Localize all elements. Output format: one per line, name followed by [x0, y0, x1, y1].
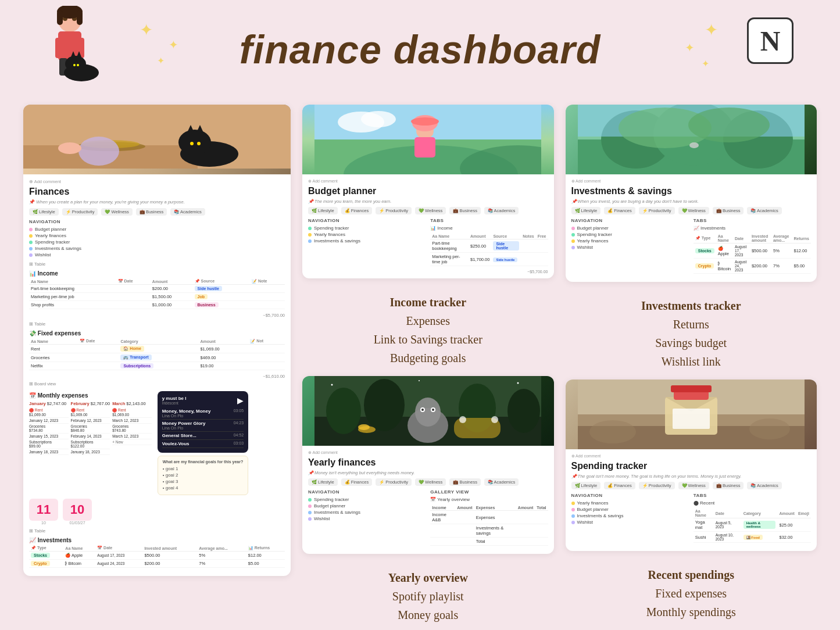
svg-point-78: [589, 420, 636, 443]
svg-point-52: [432, 409, 434, 411]
notion-logo: N: [747, 17, 793, 64]
budget-description: Income tracker Expenses Link to Savings …: [302, 284, 554, 376]
svg-point-43: [326, 388, 361, 434]
budget-planner-card: ⊕ Add comment Budget planner 📌 The more …: [302, 105, 554, 278]
svg-rect-10: [77, 10, 83, 25]
page-wrapper: ✦ ✦ ✦ finance dashboard ✦ ✦ ✦ N: [0, 0, 840, 630]
spending-description: Recent spendings Fixed expenses Monthly …: [566, 557, 817, 630]
svg-point-25: [190, 142, 194, 145]
svg-point-46: [507, 389, 540, 433]
yearly-finances-card: ⊕ Add comment Yearly finances 📌 Money is…: [302, 376, 554, 554]
svg-point-48: [415, 398, 441, 427]
svg-point-26: [197, 142, 201, 145]
svg-point-33: [361, 111, 396, 127]
svg-rect-2: [55, 38, 64, 58]
svg-point-56: [459, 416, 466, 423]
svg-point-51: [421, 409, 424, 411]
svg-point-57: [491, 416, 498, 423]
svg-point-59: [419, 380, 420, 381]
yearly-description: Yearly overview Spotify playlist Money g…: [302, 560, 554, 630]
sparkle-right-2: ✦: [685, 41, 695, 55]
sparkle-left-1: ✦: [140, 20, 153, 40]
svg-point-28: [58, 142, 81, 154]
svg-point-68: [688, 108, 770, 142]
investments-description: Investments tracker Returns Savings budg…: [566, 288, 817, 380]
page-title: finance dashboard: [240, 27, 601, 72]
svg-rect-9: [57, 10, 63, 25]
finances-hero-image: [23, 105, 291, 174]
svg-rect-76: [671, 385, 712, 392]
sparkle-right-1: ✦: [705, 20, 718, 40]
spending-hero-image: [566, 380, 817, 449]
svg-point-12: [65, 56, 86, 72]
svg-point-79: [749, 418, 790, 439]
sparkle-left-2: ✦: [169, 38, 178, 52]
spending-tracker-card: ⊕ Add comment Spending tracker 📌 The goa…: [566, 380, 817, 551]
sparkle-left-3: ✦: [157, 55, 165, 66]
svg-point-39: [411, 117, 439, 126]
svg-rect-38: [414, 137, 435, 158]
svg-rect-77: [673, 409, 710, 429]
finances-content: ⊕ Add comment Finances 📌 When you create…: [23, 174, 291, 576]
finances-card: ⊕ Add comment Finances 📌 When you create…: [23, 105, 291, 576]
header: ✦ ✦ ✦ finance dashboard ✦ ✦ ✦ N: [23, 12, 817, 87]
svg-point-16: [77, 64, 79, 66]
svg-point-58: [331, 384, 333, 386]
investments-card: ⊕ Add comment Investments & savings 📌 Wh…: [566, 105, 817, 282]
svg-point-60: [517, 382, 519, 384]
svg-point-22: [178, 130, 211, 155]
sparkle-right-3: ✦: [702, 58, 709, 69]
svg-point-44: [364, 379, 405, 431]
svg-point-15: [73, 64, 76, 66]
svg-point-69: [689, 142, 699, 148]
svg-point-27: [78, 137, 119, 166]
character-illustration: [35, 6, 110, 81]
budget-hero-image: [302, 105, 554, 174]
svg-point-54: [358, 424, 370, 430]
yearly-hero-image: [302, 376, 554, 446]
investments-hero-image: [566, 105, 817, 174]
